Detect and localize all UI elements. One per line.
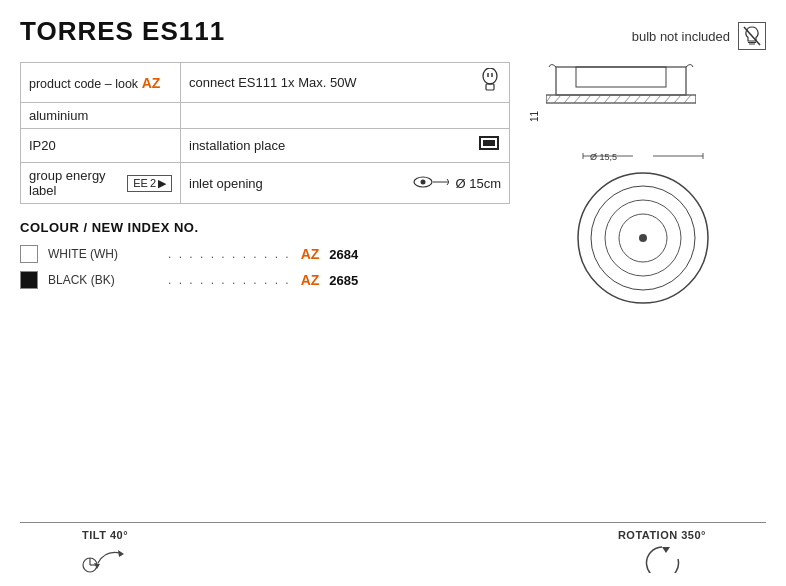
inlet-diameter: Ø 15cm: [455, 176, 501, 191]
socket-icon: [479, 68, 501, 97]
specs-table: product code – look AZ connect ES111 1x …: [20, 62, 510, 204]
tilt-icon: [80, 545, 130, 576]
connect-label: connect ES111 1x Max. 50W: [189, 75, 357, 90]
black-code-prefix: AZ: [301, 272, 320, 288]
bottom-section: TILT 40° ROTATION 350°: [20, 522, 766, 576]
black-code-num: 2685: [329, 273, 358, 288]
svg-line-33: [684, 95, 691, 103]
svg-line-31: [664, 95, 671, 103]
white-dots: . . . . . . . . . . . .: [168, 247, 291, 261]
svg-line-19: [546, 95, 551, 103]
top-view-diagram: Ø 15,5: [573, 148, 713, 308]
energy-text: group energy label: [29, 168, 123, 198]
bulb-info: bulb not included: [632, 22, 766, 50]
height-dim-label: 11: [530, 62, 540, 122]
product-code-cell: product code – look AZ: [21, 63, 181, 103]
right-section: 11: [510, 62, 766, 308]
energy-cell: group energy label EE 2 ▶: [21, 163, 181, 204]
product-title: TORRES ES111: [20, 16, 225, 47]
material-right-cell: [181, 103, 510, 129]
svg-point-11: [421, 179, 426, 184]
table-row-product-code: product code – look AZ connect ES111 1x …: [21, 63, 510, 103]
table-row-material: aluminium: [21, 103, 510, 129]
svg-line-26: [614, 95, 621, 103]
black-swatch: [20, 271, 38, 289]
header: TORRES ES111 bulb not included: [20, 16, 766, 50]
svg-marker-52: [94, 563, 100, 569]
svg-line-29: [644, 95, 651, 103]
table-row-ip: IP20 installation place: [21, 129, 510, 163]
svg-line-25: [604, 95, 611, 103]
energy-box: EE 2 ▶: [127, 175, 172, 192]
rotation-icon: [642, 545, 682, 576]
svg-line-27: [624, 95, 631, 103]
svg-point-3: [483, 68, 497, 84]
black-name: BLACK (BK): [48, 273, 158, 287]
product-code-label: product code – look: [29, 77, 138, 91]
black-dots: . . . . . . . . . . . .: [168, 273, 291, 287]
white-code-num: 2684: [329, 247, 358, 262]
energy-label-group: group energy label EE 2 ▶: [29, 168, 172, 198]
connect-cell: connect ES111 1x Max. 50W: [181, 63, 510, 103]
svg-text:Ø 15,5: Ø 15,5: [590, 152, 617, 162]
colour-section: COLOUR / NEW INDEX NO. WHITE (WH) . . . …: [20, 220, 510, 289]
table-row-energy: group energy label EE 2 ▶ inlet opening: [21, 163, 510, 204]
svg-line-23: [584, 95, 591, 103]
colour-title: COLOUR / NEW INDEX NO.: [20, 220, 510, 235]
tilt-rotation-bar: TILT 40° ROTATION 350°: [20, 529, 766, 576]
installation-cell: installation place: [181, 129, 510, 163]
circle-svg: [573, 168, 713, 308]
connect-content: connect ES111 1x Max. 50W: [189, 68, 501, 97]
svg-rect-17: [546, 95, 696, 103]
svg-line-28: [634, 95, 641, 103]
svg-line-21: [564, 95, 571, 103]
svg-rect-9: [483, 140, 495, 146]
svg-rect-4: [486, 84, 494, 90]
svg-line-32: [674, 95, 681, 103]
tilt-label: TILT 40°: [82, 529, 128, 541]
svg-marker-51: [118, 550, 124, 557]
ip-cell: IP20: [21, 129, 181, 163]
svg-line-22: [574, 95, 581, 103]
colour-row-black: BLACK (BK) . . . . . . . . . . . . AZ268…: [20, 271, 510, 289]
energy-prefix: EE: [133, 177, 148, 189]
inlet-info: Ø 15cm: [413, 173, 501, 194]
svg-line-24: [594, 95, 601, 103]
svg-marker-53: [662, 547, 670, 553]
colour-row-white: WHITE (WH) . . . . . . . . . . . . AZ268…: [20, 245, 510, 263]
bulb-note-text: bulb not included: [632, 29, 730, 44]
material-cell: aluminium: [21, 103, 181, 129]
svg-line-20: [554, 95, 561, 103]
page-wrapper: TORRES ES111 bulb not included: [0, 0, 786, 586]
svg-line-30: [654, 95, 661, 103]
inlet-content: inlet opening: [189, 173, 501, 194]
main-content: product code – look AZ connect ES111 1x …: [20, 62, 766, 308]
white-name: WHITE (WH): [48, 247, 158, 261]
rotation-block: ROTATION 350°: [618, 529, 706, 576]
install-place-icon: [477, 134, 501, 157]
installation-label: installation place: [189, 138, 285, 153]
energy-value: 2: [150, 177, 156, 189]
inlet-cell: inlet opening: [181, 163, 510, 204]
tilt-block: TILT 40°: [80, 529, 130, 576]
bottom-divider: [20, 522, 766, 523]
svg-point-47: [639, 234, 647, 242]
material-label: aluminium: [29, 108, 88, 123]
ip-label: IP20: [29, 138, 56, 153]
rotation-label: ROTATION 350°: [618, 529, 706, 541]
white-code-prefix: AZ: [301, 246, 320, 262]
left-section: product code – look AZ connect ES111 1x …: [20, 62, 510, 308]
side-view-diagram: 11: [546, 62, 696, 140]
inlet-label: inlet opening: [189, 176, 263, 191]
svg-rect-16: [576, 67, 666, 87]
installation-content: installation place: [189, 134, 501, 157]
bulb-not-included-icon: [738, 22, 766, 50]
white-swatch: [20, 245, 38, 263]
product-code-value: AZ: [142, 75, 161, 91]
energy-arrow-icon: ▶: [158, 177, 166, 190]
inlet-icon: [413, 173, 449, 194]
